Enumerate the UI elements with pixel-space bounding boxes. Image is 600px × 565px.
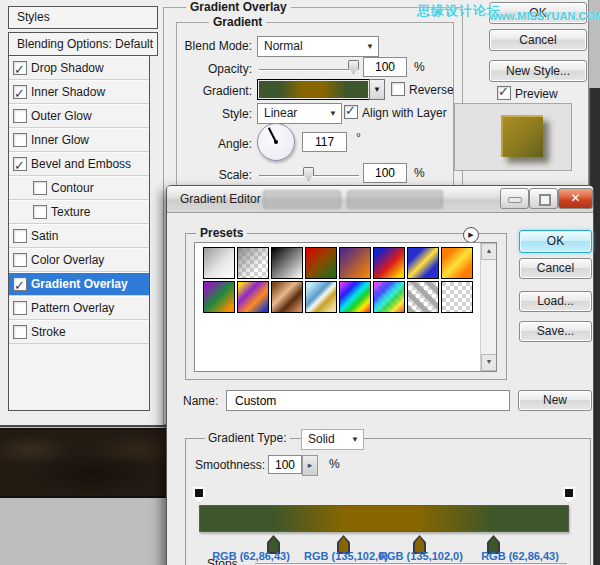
style-item-satin[interactable]: Satin	[9, 224, 149, 248]
arrow-up-icon: ▲	[486, 247, 493, 254]
contour-checkbox[interactable]	[33, 181, 47, 195]
save-button-label: Save...	[537, 324, 574, 338]
editor-ok-button[interactable]: OK	[519, 230, 592, 253]
load-button[interactable]: Load...	[519, 291, 592, 312]
style-item-label: Color Overlay	[31, 249, 104, 271]
presets-listbox: ▲ ▼	[194, 242, 497, 372]
pattern-overlay-checkbox[interactable]	[13, 301, 27, 315]
cancel-button[interactable]: Cancel	[489, 29, 587, 51]
new-style-button[interactable]: New Style...	[489, 60, 587, 82]
styles-header: Styles	[8, 6, 158, 29]
style-item-drop-shadow[interactable]: Drop Shadow	[9, 56, 149, 80]
gradient-swatch[interactable]	[257, 79, 370, 100]
editor-cancel-button[interactable]: Cancel	[519, 258, 592, 279]
stops-section-label: Stops	[207, 557, 238, 565]
ghost-button-2	[347, 190, 443, 209]
style-item-outer-glow[interactable]: Outer Glow	[9, 104, 149, 128]
style-dropdown[interactable]: Linear ▼	[257, 103, 342, 124]
opacity-input[interactable]	[363, 57, 407, 77]
scroll-down-button[interactable]: ▼	[481, 354, 497, 371]
gradient-preset-swatch[interactable]	[339, 281, 371, 313]
cancel-button-label: Cancel	[519, 33, 556, 47]
style-item-color-overlay[interactable]: Color Overlay	[9, 248, 149, 272]
opacity-label: Opacity:	[160, 62, 252, 76]
presets-label: Presets	[196, 226, 247, 240]
presets-scrollbar[interactable]: ▲ ▼	[480, 243, 496, 371]
blending-options-row[interactable]: Blending Options: Default	[8, 32, 158, 56]
stroke-checkbox[interactable]	[13, 325, 27, 339]
angle-input[interactable]	[302, 132, 347, 152]
gradient-preset-swatch[interactable]	[237, 247, 269, 279]
style-item-contour[interactable]: Contour	[9, 176, 149, 200]
gradient-preset-swatch[interactable]	[407, 247, 439, 279]
style-item-inner-glow[interactable]: Inner Glow	[9, 128, 149, 152]
smoothness-unit: %	[329, 457, 340, 471]
drop-shadow-checkbox[interactable]	[13, 61, 27, 75]
close-button[interactable]: ✕	[558, 188, 593, 209]
angle-dial[interactable]	[257, 123, 295, 161]
gradient-preset-swatch[interactable]	[203, 281, 235, 313]
gradient-preset-swatch[interactable]	[339, 247, 371, 279]
watermark-en: www.MISSYUAN.COM	[489, 10, 600, 22]
minimize-button[interactable]	[500, 188, 529, 209]
opacity-stop-right[interactable]	[563, 487, 575, 503]
gradient-preset-swatch[interactable]	[271, 281, 303, 313]
align-with-layer-checkbox[interactable]	[344, 105, 358, 119]
style-item-pattern-overlay[interactable]: Pattern Overlay	[9, 296, 149, 320]
reverse-label: Reverse	[409, 83, 454, 97]
align-with-layer-label: Align with Layer	[362, 106, 447, 120]
style-item-gradient-overlay[interactable]: Gradient Overlay	[9, 272, 149, 296]
scroll-up-button[interactable]: ▲	[481, 243, 497, 260]
chevron-down-icon: ▼	[366, 37, 374, 56]
smoothness-spinner-button[interactable]: ▸	[302, 455, 318, 476]
gradient-type-dropdown[interactable]: Solid ▼	[301, 429, 364, 450]
opacity-stop-left[interactable]	[193, 487, 205, 503]
style-item-inner-shadow[interactable]: Inner Shadow	[9, 80, 149, 104]
gradient-preset-swatch[interactable]	[305, 247, 337, 279]
satin-checkbox[interactable]	[13, 229, 27, 243]
style-item-texture[interactable]: Texture	[9, 200, 149, 224]
inner-glow-checkbox[interactable]	[13, 133, 27, 147]
outer-glow-checkbox[interactable]	[13, 109, 27, 123]
opacity-slider-track[interactable]	[259, 69, 359, 71]
inner-shadow-checkbox[interactable]	[13, 85, 27, 99]
preview-checkbox[interactable]	[497, 86, 511, 100]
gradient-editor-bar[interactable]	[199, 505, 569, 532]
gradient-preset-swatch[interactable]	[373, 281, 405, 313]
stops-groupbox-line	[255, 563, 567, 564]
color-overlay-checkbox[interactable]	[13, 253, 27, 267]
gradient-preset-swatch[interactable]	[237, 281, 269, 313]
style-item-stroke[interactable]: Stroke	[9, 320, 149, 344]
document-texture-image	[0, 428, 168, 498]
ghost-button-1	[263, 190, 341, 209]
smoothness-input[interactable]	[268, 455, 302, 474]
scale-input[interactable]	[363, 163, 407, 183]
gradient-group-title: Gradient	[209, 15, 266, 29]
blend-mode-dropdown[interactable]: Normal ▼	[257, 36, 379, 57]
gradient-preset-swatch[interactable]	[203, 247, 235, 279]
gradient-editor-titlebar[interactable]: Gradient Editor ✕	[167, 186, 593, 213]
texture-checkbox[interactable]	[33, 205, 47, 219]
maximize-button[interactable]	[529, 188, 558, 209]
gradient-preset-swatch[interactable]	[407, 281, 439, 313]
smoothness-label: Smoothness:	[195, 458, 265, 472]
presets-grid	[203, 247, 475, 315]
gradient-preset-swatch[interactable]	[441, 281, 473, 313]
angle-label: Angle:	[160, 137, 252, 151]
new-button[interactable]: New	[518, 390, 592, 411]
opacity-unit: %	[414, 60, 425, 74]
scale-label: Scale:	[160, 168, 252, 182]
gradient-preset-swatch[interactable]	[271, 247, 303, 279]
bevel-emboss-checkbox[interactable]	[13, 157, 27, 171]
gradient-overlay-checkbox[interactable]	[13, 277, 27, 291]
name-input[interactable]	[226, 390, 510, 411]
gradient-preset-swatch[interactable]	[373, 247, 405, 279]
presets-menu-button[interactable]: ▶	[463, 227, 479, 243]
gradient-picker-arrow-button[interactable]: ▼	[369, 79, 385, 100]
save-button[interactable]: Save...	[519, 321, 592, 342]
reverse-checkbox[interactable]	[391, 82, 405, 96]
style-item-bevel-emboss[interactable]: Bevel and Emboss	[9, 152, 149, 176]
gradient-preset-swatch[interactable]	[305, 281, 337, 313]
gradient-preset-swatch[interactable]	[441, 247, 473, 279]
style-item-label: Contour	[51, 177, 94, 199]
